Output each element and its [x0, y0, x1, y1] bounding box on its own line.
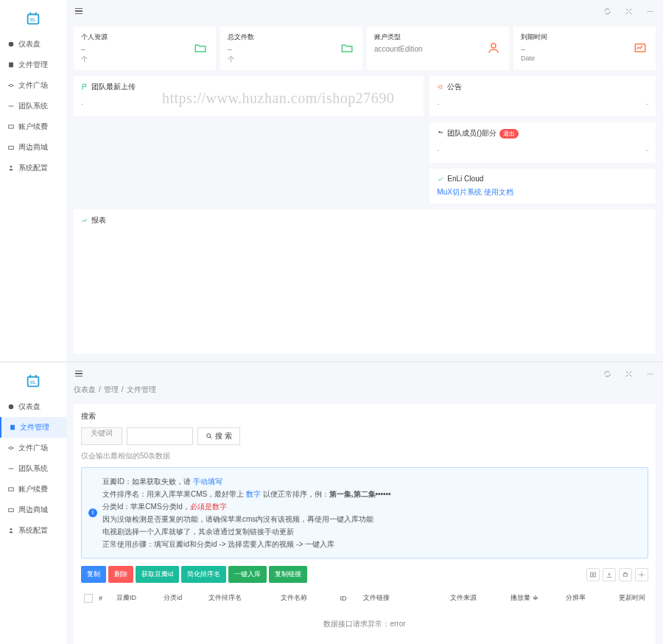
main-area: 个人资源 – 个 总文件数 – 个 账户类型 accountEdition [66, 0, 663, 361]
svg-point-20 [650, 373, 650, 374]
keyword-label: 关键词 [81, 427, 122, 445]
svg-rect-17 [9, 488, 14, 491]
delete-button[interactable]: 删除 [108, 566, 133, 583]
file-management-screen: eL 仪表盘 文件管理 文件广场 团队系统 账户续费 周边商城 系统配置 [0, 363, 663, 644]
breadcrumb-item[interactable]: 管理 [104, 385, 119, 393]
select-all-checkbox[interactable] [84, 594, 93, 603]
table-header[interactable]: 文件排序名 [206, 589, 278, 607]
svg-point-21 [652, 373, 653, 374]
sidebar-item-billing[interactable]: 账户续费 [0, 479, 66, 500]
svg-rect-3 [9, 63, 13, 68]
refresh-icon[interactable] [603, 370, 611, 378]
exit-badge[interactable]: 退出 [499, 129, 519, 139]
svg-point-8 [652, 10, 653, 11]
svg-point-11 [439, 131, 441, 133]
export-icon[interactable] [603, 568, 616, 581]
hamburger-icon[interactable] [75, 371, 83, 377]
toolbar: 复制 删除 获取豆瓣id 简化排序名 一键入库 复制链接 [81, 559, 648, 589]
stat-total: 总文件数 – 个 [220, 27, 362, 70]
sidebar-item-files[interactable]: 文件管理 [0, 417, 66, 438]
search-panel: 搜索 关键词 搜 索 仅会输出最相似的50条数据 i 豆瓣ID：如果获取失败，请… [74, 404, 656, 644]
report-panel: 报表 [74, 209, 656, 354]
sidebar: eL 仪表盘 文件管理 文件广场 团队系统 账户续费 周边商城 系统配置 [0, 363, 66, 644]
svg-point-6 [648, 10, 648, 11]
sidebar-item-shop[interactable]: 周边商城 [0, 137, 66, 158]
table-header[interactable]: 分类id [161, 589, 206, 607]
info-box: i 豆瓣ID：如果获取失败，请 手动填写 文件排序名：用来入库苹果CMS，最好带… [81, 467, 648, 559]
settings-icon[interactable] [635, 568, 648, 581]
sidebar-item-files[interactable]: 文件管理 [0, 55, 66, 75]
copy-button[interactable]: 复制 [81, 566, 106, 583]
breadcrumb-item: 文件管理 [127, 385, 156, 393]
table-header[interactable]: 文件名称 [278, 589, 337, 607]
folder-icon [340, 41, 354, 55]
svg-point-19 [648, 373, 648, 374]
enli-panel: EnLi Cloud MuX切片系统 使用文档 [429, 169, 656, 203]
search-input[interactable] [127, 427, 193, 445]
table-header[interactable]: 豆瓣ID [113, 589, 161, 607]
chart-icon [81, 217, 88, 224]
table-header[interactable]: 播放量 ≑ [480, 589, 541, 607]
flag-icon [81, 83, 88, 91]
doc-link[interactable]: MuX切片系统 使用文档 [437, 187, 648, 197]
breadcrumb: 仪表盘/管理/文件管理 [66, 385, 663, 399]
search-button[interactable]: 搜 索 [197, 427, 240, 445]
svg-point-7 [650, 10, 650, 11]
sidebar-item-dashboard[interactable]: 仪表盘 [0, 34, 66, 55]
sidebar: eL 仪表盘 文件管理 文件广场 团队系统 账户续费 周边商城 系统配置 [0, 0, 66, 361]
print-icon[interactable] [619, 568, 632, 581]
copy-link-button[interactable]: 复制链接 [269, 566, 307, 583]
breadcrumb-item[interactable]: 仪表盘 [74, 385, 96, 393]
sidebar-item-square[interactable]: 文件广场 [0, 438, 66, 458]
error-message: 数据接口请求异常：error [81, 607, 648, 641]
stat-personal: 个人资源 – 个 [74, 27, 216, 70]
svg-point-9 [491, 43, 496, 48]
stat-account: 账户类型 accountEdition [367, 27, 509, 70]
group-icon [437, 130, 444, 137]
sidebar-item-settings[interactable]: 系统配置 [0, 520, 66, 541]
table-header[interactable]: 分辨率 [541, 589, 589, 607]
sidebar-item-shop[interactable]: 周边商城 [0, 500, 66, 520]
table-header[interactable]: 文件链接 [360, 589, 420, 607]
svg-text:eL: eL [30, 379, 36, 385]
svg-point-2 [9, 42, 14, 47]
svg-text:eL: eL [30, 16, 36, 23]
dashboard-screen: https://www.huzhan.com/ishop27690 eL 仪表盘… [0, 0, 663, 363]
sidebar-item-team[interactable]: 团队系统 [0, 458, 66, 479]
table-header[interactable]: 文件来源 [420, 589, 480, 607]
main-area: 仪表盘/管理/文件管理 搜索 关键词 搜 索 仅会输出最相似的50条数据 i 豆… [66, 363, 663, 644]
sidebar-item-dashboard[interactable]: 仪表盘 [0, 396, 66, 417]
folder-icon [194, 41, 207, 55]
logo[interactable]: eL [0, 368, 66, 396]
table-header[interactable]: ID [337, 589, 360, 607]
more-icon[interactable] [646, 7, 654, 15]
table-header[interactable]: # [96, 589, 113, 607]
more-icon[interactable] [646, 370, 654, 378]
stats-icon [634, 41, 647, 55]
info-icon: i [88, 508, 97, 517]
columns-icon[interactable] [586, 568, 600, 581]
table-header[interactable]: 更新时间 [589, 589, 648, 607]
svg-rect-25 [624, 573, 628, 575]
svg-point-12 [441, 132, 443, 133]
get-douban-button[interactable]: 获取豆瓣id [136, 566, 179, 583]
user-icon [487, 41, 500, 55]
import-button[interactable]: 一键入库 [228, 566, 267, 583]
refresh-icon[interactable] [603, 7, 611, 15]
fullscreen-icon[interactable] [625, 370, 633, 378]
sidebar-item-settings[interactable]: 系统配置 [0, 158, 66, 178]
hamburger-icon[interactable] [75, 8, 83, 15]
file-table: # 豆瓣ID 分类id 文件排序名 文件名称 ID 文件链接 文件来源 播放量 … [81, 589, 648, 607]
announce-panel: 公告 -- [429, 76, 656, 116]
sidebar-item-billing[interactable]: 账户续费 [0, 116, 66, 137]
svg-point-18 [10, 528, 13, 531]
svg-rect-23 [591, 573, 593, 577]
simplify-button[interactable]: 简化排序名 [181, 566, 226, 583]
sidebar-item-team[interactable]: 团队系统 [0, 96, 66, 116]
fullscreen-icon[interactable] [625, 7, 633, 15]
sidebar-item-square[interactable]: 文件广场 [0, 75, 66, 96]
logo[interactable]: eL [0, 6, 66, 34]
members-panel: 团队成员()部分 退出 -- [429, 122, 656, 163]
upload-panel: 团队最新上传 - [74, 76, 424, 116]
svg-point-22 [207, 434, 211, 438]
